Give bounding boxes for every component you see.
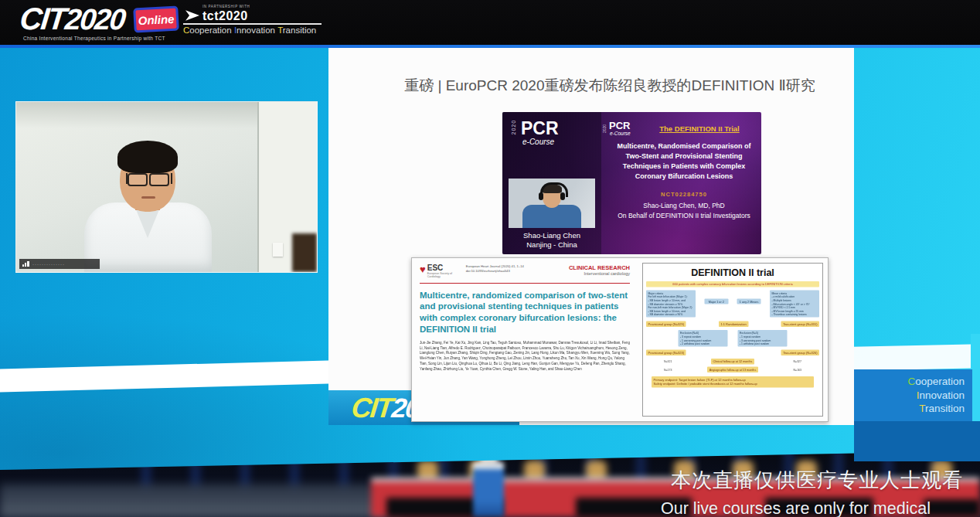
header-tagline: Cooperation Innovation Transition — [183, 26, 322, 35]
esc-logo-sub: European Society of Cardiology — [427, 272, 461, 279]
pcr-on-behalf: On Behalf of DEFINITION II trial Investi… — [612, 212, 756, 219]
pcr-logo: PCR — [521, 118, 559, 139]
journal-paper: ♥ ESC European Society of Cardiology Eur… — [411, 257, 829, 422]
fc-provisional-group2: Provisional group (N=323) — [646, 349, 686, 355]
pcr-speaker-name: Shao-Liang Chen — [502, 231, 601, 240]
fc-criteria-row: Major criteria For left main bifurcation… — [646, 291, 819, 318]
fc-two-stent-group2: Two-stent group (N=326) — [781, 349, 819, 355]
pcr-presenter: Shao-Liang Chen, MD, PhD — [612, 202, 756, 209]
viewer-notice-cn: 本次直播仅供医疗专业人士观看 — [671, 467, 963, 494]
right-tagline-block: Cooperation Innovation Transition — [854, 369, 972, 421]
fc-minor-box: 1 any 2 Minors — [737, 299, 761, 304]
presenter-glasses-lens-left — [128, 173, 148, 186]
fc-clinical-followup: Clinical follow-up at 12 months — [711, 359, 754, 365]
fc-clinical-row: N=321 Clinical follow-up at 12 months N=… — [646, 359, 819, 365]
paper-left-page: ♥ ESC European Society of Cardiology Eur… — [412, 258, 638, 421]
paper-authors: Jun-Jie Zhang, Fei Ye, Kai Xu, Jing Kan,… — [420, 340, 630, 372]
paper-title: Multicentre, randomized comparison of tw… — [420, 290, 630, 335]
fc-angio-followup: Angiographic follow-up at 13 months — [707, 366, 758, 372]
signal-badge-text: ·············· — [32, 262, 65, 267]
webcam-light-switch — [273, 243, 283, 257]
partnership-label: IN PARTNERSHIP WITH — [202, 5, 250, 9]
slide-title: 重磅 | EuroPCR 2020重磅发布陈绍良教授的DEFINITION Ⅱ研… — [328, 76, 854, 96]
pcr-logo-course: e-Course — [522, 138, 554, 146]
flowchart-body-wrap: 660 patients with complex coronary bifur… — [643, 281, 822, 411]
paper-authors-wrap: Jun-Jie Zhang, Fei Ye, Kai Xu, Jing Kan,… — [420, 340, 630, 411]
fc-major-criteria: Major criteria For left main bifurcation… — [646, 291, 696, 318]
pcr-logo-year: 2020 — [511, 117, 516, 135]
paper-rule — [420, 283, 630, 284]
slide-footer-cit: CIT — [350, 392, 393, 423]
viewer-notice-en: Our live courses are only for medical pr… — [661, 499, 980, 517]
paper-header-row: ♥ ESC European Society of Cardiology Eur… — [420, 264, 630, 279]
pcr-speaker-location: Nanjing - China — [502, 240, 601, 249]
esc-logo-block: ESC European Society of Cardiology — [427, 264, 461, 279]
presenter-webcam: ·············· — [15, 101, 318, 273]
cit2020-logo: CIT2020 — [19, 2, 127, 36]
right-tagline-transition: Transition — [919, 402, 965, 416]
stage-podium — [473, 462, 504, 517]
tagline-word-transition: Transition — [277, 26, 316, 35]
pcr-trial-title: Multicentre, Randomised Comparison of Tw… — [612, 141, 756, 182]
pcr-logo2: PCR — [609, 120, 630, 131]
right-tagline-innovation: Innovation — [917, 389, 965, 403]
tct-logo-text: tct2020 — [202, 9, 248, 23]
fc-exclusion-row: Exclusion (N=6) - 3 repeat random - 1 wo… — [646, 330, 819, 346]
fc-randomization: 1:1 Randomization — [719, 321, 748, 328]
esc-heart-icon: ♥ — [420, 264, 426, 274]
fc-minor-criteria: Minor criteria - ≥ mild calcification - … — [770, 291, 819, 318]
pcr-speaker-body — [522, 205, 581, 228]
tagline-overline — [183, 23, 322, 25]
header-bar: CIT2020 China Interventional Therapeutic… — [0, 0, 980, 45]
fc-exclusion-right: Exclusion (N=5) - 1 repeat random - 3 wo… — [738, 330, 788, 346]
paper-subcategory: Interventional cardiology — [569, 271, 630, 276]
online-badge: Online — [133, 6, 179, 33]
pcr-nct: NCT02284750 — [612, 191, 756, 198]
fc-two-stent-group: Two-stent group (N=331) — [781, 321, 819, 328]
right-dark-blue-block — [854, 421, 980, 461]
fc-angio-n-left: N=173 — [664, 368, 672, 371]
webcam-dark-corner — [292, 233, 317, 272]
journal-doi: doi:10.1093/eurheartj/ehaa543 — [466, 269, 524, 274]
paper-category: CLINICAL RESEARCH — [569, 264, 630, 271]
fc-groups2-row: Provisional group (N=323) Two-stent grou… — [646, 349, 819, 355]
esc-logo-text: ESC — [427, 264, 461, 272]
tagline-word-cooperation: Cooperation — [183, 26, 232, 35]
journal-citation: European Heart Journal (2020) 41, 1–14 — [466, 264, 524, 269]
fc-exclusion-left: Exclusion (N=6) - 3 repeat random - 1 wo… — [679, 330, 728, 346]
fc-intro: 660 patients with complex coronary bifur… — [646, 281, 819, 287]
fc-endpoint-safety: Safety endpoint: Definite / probable ste… — [654, 382, 812, 386]
flowchart-body: 660 patients with complex coronary bifur… — [643, 281, 822, 388]
cit-logo-text: CIT — [19, 2, 67, 36]
pcr-speaker-earcup2 — [560, 192, 565, 200]
flowchart-title: DEFINITION II trial — [643, 267, 822, 278]
fc-endpoints: Primary endpoint: Target lesion failure … — [652, 376, 814, 388]
pcr-logo2-year: 2020 — [602, 121, 607, 133]
online-badge-label: Online — [138, 12, 174, 26]
paper-category-block: CLINICAL RESEARCH Interventional cardiol… — [569, 264, 630, 276]
backdrop-stripe-right — [852, 344, 980, 370]
webcam-signal-badge: ·············· — [19, 259, 100, 269]
right-tagline-cooperation: Cooperation — [907, 375, 965, 389]
pcr-logo2-course: e-Course — [610, 131, 631, 136]
fc-provisional-group: Provisional group (N=329) — [646, 321, 686, 328]
fc-clinical-n-right: N=327 — [794, 360, 801, 363]
tct-logo-icon — [185, 9, 199, 22]
fc-clinical-n-left: N=321 — [664, 360, 672, 363]
pcr-trial-heading: The DEFINITION II Trial — [645, 124, 754, 133]
cit-logo-subtitle: China Interventional Therapeutics in Par… — [23, 36, 165, 41]
presenter-glasses-lens-right — [149, 173, 169, 186]
presenter-mouth — [141, 196, 155, 199]
fc-major-box: Major 1 or 2 — [704, 299, 728, 304]
presentation-slide: 重磅 | EuroPCR 2020重磅发布陈绍良教授的DEFINITION Ⅱ研… — [328, 48, 854, 425]
livestream-frame: CIT2020 China Interventional Therapeutic… — [0, 0, 980, 517]
presenter-hair — [117, 141, 178, 173]
fc-angio-row: N=173 Angiographic follow-up at 13 month… — [646, 366, 819, 372]
fc-random-row: Provisional group (N=329) 1:1 Randomizat… — [646, 321, 819, 328]
flowchart-panel: DEFINITION II trial 660 patients with co… — [642, 263, 823, 417]
pcr-speaker-earcup — [539, 192, 543, 200]
cit-logo-year: 2020 — [63, 3, 126, 36]
stage-floor — [0, 484, 402, 517]
pcr-ecourse-slide: 2020 PCR e-Course Shao-Liang Chen Nanjin… — [502, 112, 761, 254]
tagline-word-innovation: Innovation — [234, 26, 275, 35]
